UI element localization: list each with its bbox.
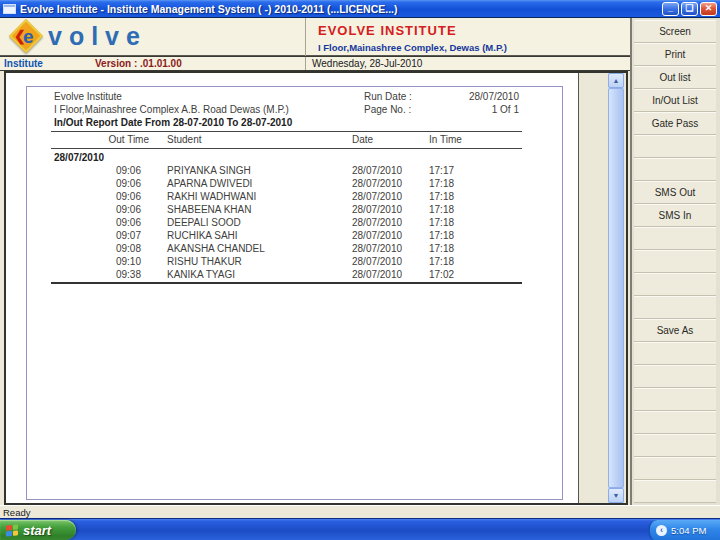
cell-out-time: 09:38 [69, 269, 141, 280]
cell-in-time: 17:18 [429, 230, 454, 241]
cell-out-time: 09:06 [69, 204, 141, 215]
cell-in-time: 17:18 [429, 217, 454, 228]
app-header: ❮ e volve EVOLVE INSTITUTE I Floor,Maina… [0, 18, 630, 56]
sidebar-button [634, 227, 716, 250]
system-tray: ‹ 5:04 PM [648, 520, 720, 540]
run-date-label: Run Date : [364, 91, 412, 102]
cell-out-time: 09:07 [69, 230, 141, 241]
sidebar-button [634, 434, 716, 457]
table-row: 09:38 KANIKA TYAGI 28/07/2010 17:02 [27, 269, 562, 282]
table-row: 09:10 RISHU THAKUR 28/07/2010 17:18 [27, 256, 562, 269]
sidebar-button[interactable]: SMS Out [634, 181, 716, 204]
sidebar-button[interactable]: Gate Pass [634, 112, 716, 135]
institute-name: EVOLVE INSTITUTE [318, 23, 457, 38]
sidebar-button [634, 388, 716, 411]
sidebar-button [634, 135, 716, 158]
sidebar-button[interactable]: Print [634, 43, 716, 66]
table-row: 09:06 APARNA DWIVEDI 28/07/2010 17:18 [27, 178, 562, 191]
table-row: 09:08 AKANSHA CHANDEL 28/07/2010 17:18 [27, 243, 562, 256]
cell-out-time: 09:06 [69, 178, 141, 189]
sidebar-button [634, 296, 716, 319]
cell-out-time: 09:10 [69, 256, 141, 267]
rule-above-columns [51, 131, 522, 132]
cell-in-time: 17:18 [429, 243, 454, 254]
column-header-date: Date [352, 134, 373, 145]
restore-button-icon[interactable]: ❏ [681, 2, 698, 16]
report-org-name: Evolve Institute [54, 91, 122, 102]
cell-student-name: KANIKA TYAGI [167, 269, 235, 280]
cell-out-time: 09:06 [69, 191, 141, 202]
report-rows: 09:06 PRIYANKA SINGH 28/07/2010 17:17 09… [27, 165, 562, 282]
hide-icons-chevron-icon[interactable]: ‹ [656, 525, 667, 536]
institute-address: I Floor,Mainashree Complex, Dewas (M.P.) [318, 42, 507, 53]
sidebar-button [634, 480, 716, 503]
module-label: Institute [4, 58, 43, 69]
status-bar: Ready [0, 505, 720, 518]
logo-letter: e [23, 26, 34, 48]
sidebar-button-label: SMS Out [655, 187, 696, 198]
title-bar: Evolve Institute - Institute Management … [0, 0, 720, 18]
cell-out-time: 09:06 [69, 217, 141, 228]
cell-in-time: 17:02 [429, 269, 454, 280]
cell-student-name: RAKHI WADHWANI [167, 191, 256, 202]
version-label: Version : .01.01.00 [95, 58, 182, 69]
version-bar: Institute Version : .01.01.00 Wednesday,… [0, 56, 630, 71]
cell-date: 28/07/2010 [352, 191, 402, 202]
group-date-header: 28/07/2010 [54, 152, 104, 163]
cell-date: 28/07/2010 [352, 243, 402, 254]
cell-student-name: RUCHIKA SAHI [167, 230, 238, 241]
cell-in-time: 17:18 [429, 191, 454, 202]
sidebar-button[interactable]: In/Out List [634, 89, 716, 112]
table-row: 09:07 RUCHIKA SAHI 28/07/2010 17:18 [27, 230, 562, 243]
cell-out-time: 09:08 [69, 243, 141, 254]
cell-date: 28/07/2010 [352, 230, 402, 241]
cell-in-time: 17:18 [429, 178, 454, 189]
sidebar-button[interactable]: Screen [634, 20, 716, 43]
sidebar-button-label: Gate Pass [652, 118, 699, 129]
vertical-scrollbar[interactable]: ▲ ▼ [608, 73, 624, 503]
cell-student-name: PRIYANKA SINGH [167, 165, 251, 176]
cell-out-time: 09:06 [69, 165, 141, 176]
page-no-value: 1 Of 1 [417, 104, 519, 115]
sidebar-button[interactable]: SMS In [634, 204, 716, 227]
scroll-gutter: ▲ ▼ [578, 73, 626, 503]
column-header-student: Student [167, 134, 201, 145]
cell-date: 28/07/2010 [352, 217, 402, 228]
sidebar-button [634, 250, 716, 273]
clock: 5:04 PM [671, 525, 706, 536]
app-window: Evolve Institute - Institute Management … [0, 0, 720, 540]
taskbar: start ‹ 5:04 PM [0, 518, 720, 540]
report-viewport: Evolve Institute Run Date : 28/07/2010 I… [4, 71, 628, 505]
cell-date: 28/07/2010 [352, 178, 402, 189]
cell-in-time: 17:18 [429, 256, 454, 267]
sidebar-button[interactable]: Save As [634, 319, 716, 342]
close-button-icon[interactable]: ✕ [700, 2, 717, 16]
header-divider [305, 18, 306, 56]
sidebar-button-label: Screen [659, 26, 691, 37]
scroll-up-icon[interactable]: ▲ [608, 73, 624, 88]
start-button[interactable]: start [0, 520, 76, 540]
cell-student-name: APARNA DWIVEDI [167, 178, 252, 189]
scrollbar-thumb[interactable] [608, 88, 624, 488]
run-date-value: 28/07/2010 [417, 91, 519, 102]
scroll-down-icon[interactable]: ▼ [608, 488, 624, 503]
minimize-button-icon[interactable]: _ [662, 2, 679, 16]
table-row: 09:06 RAKHI WADHWANI 28/07/2010 17:18 [27, 191, 562, 204]
cell-student-name: RISHU THAKUR [167, 256, 242, 267]
status-text: Ready [3, 507, 30, 518]
sidebar-button[interactable]: Out list [634, 66, 716, 89]
rule-below-columns [51, 148, 522, 149]
start-button-label: start [23, 523, 51, 538]
window-title: Evolve Institute - Institute Management … [20, 3, 662, 15]
sidebar-button-label: Out list [659, 72, 690, 83]
rule-report-end [51, 282, 522, 284]
cell-student-name: SHABEENA KHAN [167, 204, 251, 215]
cell-date: 28/07/2010 [352, 204, 402, 215]
page-no-label: Page No. : [364, 104, 411, 115]
logo-wordmark: volve [48, 22, 147, 51]
windows-flag-icon [6, 524, 18, 536]
table-row: 09:06 SHABEENA KHAN 28/07/2010 17:18 [27, 204, 562, 217]
sidebar-button [634, 457, 716, 480]
cell-in-time: 17:18 [429, 204, 454, 215]
column-header-in-time: In Time [429, 134, 462, 145]
